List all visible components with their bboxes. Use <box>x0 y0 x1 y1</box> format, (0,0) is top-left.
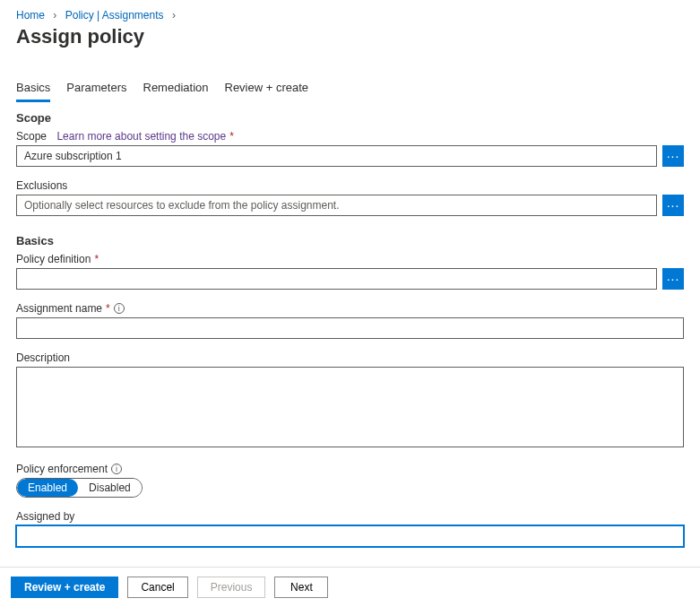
tab-remediation[interactable]: Remediation <box>143 75 209 101</box>
exclusions-label: Exclusions <box>16 179 67 192</box>
assignment-name-input[interactable] <box>16 317 684 339</box>
tab-strip: Basics Parameters Remediation Review + c… <box>16 75 684 102</box>
required-marker: * <box>229 130 234 143</box>
ellipsis-icon: ··· <box>667 273 680 285</box>
chevron-icon: › <box>53 9 56 22</box>
scope-section-heading: Scope <box>16 111 684 125</box>
review-create-button[interactable]: Review + create <box>11 577 118 598</box>
assigned-by-input[interactable] <box>16 525 684 547</box>
enforcement-disabled-option[interactable]: Disabled <box>78 479 142 497</box>
scope-input[interactable] <box>16 145 657 167</box>
enforcement-enabled-option[interactable]: Enabled <box>17 479 78 497</box>
assigned-by-label: Assigned by <box>16 510 74 523</box>
scope-picker-button[interactable]: ··· <box>662 145 684 167</box>
required-marker: * <box>106 302 110 315</box>
breadcrumb-policy-assignments[interactable]: Policy | Assignments <box>65 9 164 22</box>
tab-review-create[interactable]: Review + create <box>225 75 309 101</box>
policy-enforcement-label: Policy enforcement <box>16 463 108 475</box>
breadcrumb-home[interactable]: Home <box>16 9 45 22</box>
footer-action-bar: Review + create Cancel Previous Next <box>0 567 700 607</box>
info-icon[interactable]: i <box>111 464 122 474</box>
ellipsis-icon: ··· <box>667 150 680 162</box>
breadcrumb: Home › Policy | Assignments › <box>16 9 684 22</box>
policy-enforcement-toggle: Enabled Disabled <box>16 478 143 498</box>
ellipsis-icon: ··· <box>667 199 680 212</box>
required-marker: * <box>94 253 99 265</box>
exclusions-input[interactable] <box>16 195 657 216</box>
info-icon[interactable]: i <box>114 303 125 314</box>
basics-section-heading: Basics <box>16 234 684 247</box>
scope-learn-more-link[interactable]: Learn more about setting the scope <box>56 130 226 143</box>
page-title: Assign policy <box>16 25 684 48</box>
scope-label: Scope <box>16 130 47 143</box>
policy-definition-input[interactable] <box>16 268 657 290</box>
cancel-button[interactable]: Cancel <box>127 577 187 598</box>
assignment-name-label: Assignment name <box>16 302 102 315</box>
description-label: Description <box>16 351 70 364</box>
policy-definition-label: Policy definition <box>16 253 91 265</box>
tab-parameters[interactable]: Parameters <box>66 75 126 101</box>
description-textarea[interactable] <box>16 367 684 447</box>
previous-button: Previous <box>197 577 266 598</box>
next-button[interactable]: Next <box>274 577 328 598</box>
policy-definition-picker-button[interactable]: ··· <box>662 268 684 290</box>
tab-basics[interactable]: Basics <box>16 75 50 102</box>
chevron-icon: › <box>172 9 176 22</box>
exclusions-picker-button[interactable]: ··· <box>662 195 684 216</box>
